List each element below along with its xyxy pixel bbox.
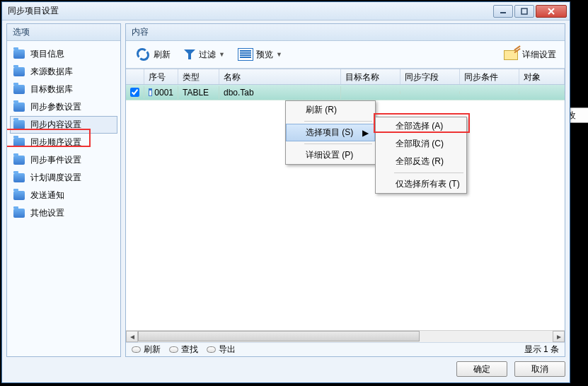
folder-icon [13, 85, 25, 94]
status-find[interactable]: 查找 [169, 344, 198, 356]
folder-icon [13, 120, 25, 129]
grid-header: 序号 类型 名称 目标名称 同步字段 同步条件 对象 [126, 69, 565, 85]
scroll-thumb[interactable] [138, 331, 420, 341]
grid: 序号 类型 名称 目标名称 同步字段 同步条件 对象 0001 TABLE db… [126, 69, 565, 356]
menu-label: 选择项目 (S) [306, 127, 353, 137]
pill-icon [169, 346, 178, 353]
refresh-icon [135, 47, 151, 62]
sidebar-item-sync-content[interactable]: 同步内容设置 [10, 116, 117, 134]
sidebar-item-label: 目标数据库 [30, 83, 73, 95]
sidebar-item-label: 同步事件设置 [30, 154, 81, 166]
sidebar-item-notify[interactable]: 发送通知 [10, 187, 117, 204]
toolbar: 刷新 过滤▼ 预览▼ 详细设置 [126, 41, 565, 69]
folder-icon [13, 156, 25, 165]
pill-icon [207, 346, 216, 353]
preview-button[interactable]: 预览▼ [233, 45, 287, 64]
chevron-down-icon: ▼ [219, 51, 225, 58]
svg-rect-1 [521, 8, 527, 14]
scroll-track[interactable] [138, 331, 553, 342]
side-header: 选项 [7, 24, 120, 41]
main-panel: 内容 刷新 过滤▼ 预览▼ 详细设置 序号 类型 名称 目标名称 同步字段 同步… [125, 23, 565, 357]
col-target[interactable]: 目标名称 [341, 69, 400, 84]
menu-refresh[interactable]: 刷新 (R) [286, 101, 375, 119]
chevron-down-icon: ▼ [276, 51, 282, 58]
sidebar-item-sync-order[interactable]: 同步顺序设置 [10, 134, 117, 151]
col-cond[interactable]: 同步条件 [460, 69, 519, 84]
folder-icon [13, 67, 25, 76]
ok-button[interactable]: 确定 [456, 361, 507, 377]
col-obj[interactable]: 对象 [519, 69, 565, 84]
col-field[interactable]: 同步字段 [400, 69, 460, 84]
filter-button[interactable]: 过滤▼ [178, 45, 230, 64]
sidebar-item-sync-events[interactable]: 同步事件设置 [10, 151, 117, 169]
refresh-button[interactable]: 刷新 [130, 44, 175, 65]
sidebar-item-schedule[interactable]: 计划调度设置 [10, 169, 117, 187]
detail-icon [504, 49, 519, 60]
filter-icon [183, 48, 196, 61]
cell-type: TABLE [178, 86, 219, 99]
sidebar-item-sync-params[interactable]: 同步参数设置 [10, 98, 117, 116]
col-seq[interactable]: 序号 [144, 69, 178, 84]
sidebar-item-source-db[interactable]: 来源数据库 [10, 63, 117, 81]
sidebar-item-label: 项目信息 [30, 48, 64, 60]
sidebar-item-other[interactable]: 其他设置 [10, 204, 117, 222]
preview-icon [238, 48, 253, 61]
horizontal-scrollbar[interactable]: ◂ ▸ [126, 330, 565, 342]
status-label: 刷新 [144, 344, 161, 356]
button-label: 预览 [256, 49, 273, 61]
cell-name: dbo.Tab [219, 86, 341, 99]
submenu-select-all[interactable]: 全部选择 (A) [376, 117, 466, 135]
sidebar-item-label: 来源数据库 [30, 66, 73, 78]
status-label: 查找 [181, 344, 198, 356]
button-label: 详细设置 [522, 49, 556, 61]
grid-statusbar: 刷新 查找 导出 显示 1 条 [126, 342, 565, 356]
sidebar-item-label: 发送通知 [30, 189, 64, 201]
sidebar-item-label: 同步内容设置 [30, 119, 81, 131]
scroll-left-button[interactable]: ◂ [126, 331, 138, 342]
menu-detail[interactable]: 详细设置 (P) [286, 146, 375, 164]
scroll-right-button[interactable]: ▸ [553, 331, 565, 342]
status-export[interactable]: 导出 [207, 344, 236, 356]
main-header: 内容 [126, 24, 565, 41]
context-submenu: 全部选择 (A) 全部取消 (C) 全部反选 (R) 仅选择所有表 (T) [375, 117, 467, 194]
context-menu: 刷新 (R) 选择项目 (S)▶ 详细设置 (P) [285, 100, 376, 165]
sidebar-item-label: 同步顺序设置 [30, 136, 81, 148]
maximize-button[interactable] [514, 5, 534, 18]
submenu-tables-only[interactable]: 仅选择所有表 (T) [376, 175, 466, 193]
col-type[interactable]: 类型 [178, 69, 219, 84]
sidebar-item-label: 其他设置 [30, 207, 64, 219]
cancel-button[interactable]: 取消 [514, 361, 565, 377]
button-label: 刷新 [154, 49, 171, 61]
dialog-footer: 确定 取消 [6, 360, 565, 378]
status-refresh[interactable]: 刷新 [132, 344, 161, 356]
cell-seq: 0001 [154, 88, 173, 98]
side-panel: 选项 项目信息 来源数据库 目标数据库 同步参数设置 同步内容设置 同步顺序设置… [6, 23, 121, 357]
folder-icon [13, 138, 25, 147]
close-button[interactable] [536, 5, 567, 18]
minimize-button[interactable] [493, 5, 513, 18]
window-title: 同步项目设置 [5, 5, 493, 17]
sidebar-item-project-info[interactable]: 项目信息 [10, 45, 117, 63]
folder-icon [13, 49, 25, 59]
col-checkbox[interactable] [126, 69, 144, 84]
row-checkbox[interactable] [130, 88, 139, 97]
status-label: 导出 [219, 344, 236, 356]
dialog-window: 同步项目设置 选项 项目信息 来源数据库 目标数据库 同步参数设置 同步内容设置… [1, 1, 570, 383]
detail-settings-button[interactable]: 详细设置 [500, 47, 560, 63]
submenu-invert[interactable]: 全部反选 (R) [376, 153, 466, 170]
arrow-right-icon: ▶ [362, 128, 369, 138]
folder-icon [13, 103, 25, 112]
status-count: 显示 1 条 [524, 344, 559, 356]
side-list: 项目信息 来源数据库 目标数据库 同步参数设置 同步内容设置 同步顺序设置 同步… [7, 41, 120, 356]
col-name[interactable]: 名称 [219, 69, 341, 84]
sidebar-item-label: 同步参数设置 [30, 101, 81, 113]
folder-icon [13, 191, 25, 200]
pill-icon [132, 346, 141, 353]
sidebar-item-label: 计划调度设置 [30, 172, 81, 184]
folder-icon [13, 173, 25, 182]
table-row[interactable]: 0001 TABLE dbo.Tab [126, 85, 565, 100]
menu-select-items[interactable]: 选择项目 (S)▶ [286, 124, 375, 141]
sidebar-item-target-db[interactable]: 目标数据库 [10, 81, 117, 98]
titlebar: 同步项目设置 [2, 2, 570, 21]
submenu-deselect-all[interactable]: 全部取消 (C) [376, 135, 466, 153]
